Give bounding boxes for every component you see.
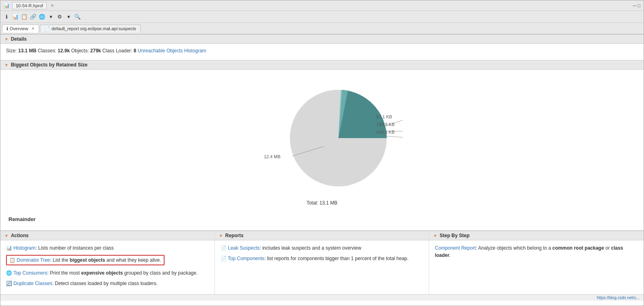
bottom-link[interactable]: https://blog.csdn.net/u... <box>597 296 640 300</box>
title-tab[interactable]: 10-54-R.hprof <box>12 2 47 9</box>
dominator-tree-highlight: 📋 Dominator Tree: List the biggest objec… <box>6 255 165 265</box>
leak-suspects-link[interactable]: Leak Suspects <box>228 245 260 251</box>
settings-icon[interactable]: ⚙ <box>56 13 63 21</box>
pie-label-418kb: 418.6 KB <box>376 128 394 136</box>
actions-header: ▼ Actions <box>0 231 215 240</box>
component-report-bold1: common root package <box>552 245 604 251</box>
pie-chart-container: 12.4 MB <box>242 78 403 198</box>
dropdown-icon[interactable]: ▾ <box>47 13 54 21</box>
top-consumers-item: 🌐 Top Consumers: Print the most expensiv… <box>6 269 209 277</box>
objects-value: 279k <box>90 48 101 54</box>
hierarchy-icon[interactable]: 🔗 <box>29 13 37 21</box>
component-report-link[interactable]: Component Report <box>435 245 475 251</box>
details-section-header: ▼ Details <box>0 34 644 44</box>
size-label: Size: <box>6 48 18 54</box>
component-report-after: . <box>449 252 450 258</box>
tab-overview-label: Overview <box>10 26 28 31</box>
reports-label: Reports <box>225 233 244 238</box>
three-col-section: ▼ Actions 📊 Histogram: Lists number of i… <box>0 230 644 294</box>
maximize-button[interactable]: □ <box>638 3 640 8</box>
details-collapse-icon[interactable]: ▼ <box>4 37 8 41</box>
step-by-step-header: ▼ Step By Step <box>429 231 644 240</box>
file-icon: 📊 <box>4 3 10 8</box>
reports-column: ▼ Reports 📄 Leak Suspects: includes leak… <box>215 231 429 294</box>
step-by-step-label: Step By Step <box>440 233 469 238</box>
minimize-button[interactable]: ─ <box>633 3 636 8</box>
actions-column: ▼ Actions 📊 Histogram: Lists number of i… <box>0 231 215 294</box>
unreachable-histogram-link[interactable]: Unreachable Objects Histogram <box>138 48 206 54</box>
top-consumers-desc-bold: expensive objects <box>81 270 123 276</box>
duplicate-classes-desc: : Detect classes loaded by multiple clas… <box>52 281 157 286</box>
component-report-desc-before: : Analyze objects which belong to a <box>476 245 552 251</box>
remainder-section: Remainder <box>0 214 644 230</box>
pie-chart-svg <box>242 78 403 198</box>
actions-collapse-icon[interactable]: ▼ <box>4 234 8 238</box>
dominator-desc-bold: biggest objects <box>70 257 105 263</box>
dominator-desc-before: : List the <box>50 257 70 263</box>
step-by-step-collapse-icon[interactable]: ▼ <box>433 234 437 238</box>
pie-labels-right: 57.1 KB 199.9 KB 418.6 KB <box>376 113 394 136</box>
histogram-desc: : Lists number of instances per class <box>35 245 114 251</box>
tab-report[interactable]: 📄 default_report org.eclipse.mat.api:sus… <box>40 25 141 33</box>
main-window: 📊 10-54-R.hprof ✕ ─ □ ℹ 📊 📋 🔗 🌐 ▾ ⚙ ▾ 🔍 … <box>0 0 644 306</box>
classes-value: 12.9k <box>58 48 70 54</box>
dominator-link[interactable]: Dominator Tree <box>17 257 50 263</box>
search-icon[interactable]: 🔍 <box>74 13 81 21</box>
top-consumers-link[interactable]: Top Consumers <box>13 270 47 276</box>
reports-header: ▼ Reports <box>215 231 429 240</box>
top-components-icon: 📄 <box>221 256 227 261</box>
leak-suspects-icon: 📄 <box>221 245 227 251</box>
duplicate-classes-item: 🔄 Duplicate Classes: Detect classes load… <box>6 280 209 287</box>
objects-label: Objects: <box>71 48 90 54</box>
bar-chart-icon[interactable]: 📊 <box>12 13 19 21</box>
duplicate-icon: 🔄 <box>6 281 12 286</box>
title-bar: 📊 10-54-R.hprof ✕ ─ □ <box>0 0 644 11</box>
pie-line-418kb <box>385 136 403 137</box>
histogram-link[interactable]: Histogram <box>13 245 35 251</box>
info-icon[interactable]: ℹ <box>3 13 10 21</box>
toolbar: ℹ 📊 📋 🔗 🌐 ▾ ⚙ ▾ 🔍 <box>0 11 644 23</box>
main-content: ▼ Details Size: 13.1 MB Classes: 12.9k O… <box>0 34 644 306</box>
details-content: Size: 13.1 MB Classes: 12.9k Objects: 27… <box>0 44 644 58</box>
top-components-desc: : list reports for components bigger tha… <box>265 256 409 261</box>
reports-collapse-icon[interactable]: ▼ <box>219 234 223 238</box>
tab-overview[interactable]: ℹ Overview ✕ <box>2 25 39 33</box>
top-consumers-icon: 🌐 <box>6 270 12 276</box>
top-components-link[interactable]: Top Components <box>228 256 265 261</box>
actions-content: 📊 Histogram: Lists number of instances p… <box>0 240 215 294</box>
size-value: 13.1 MB <box>18 48 36 54</box>
bottom-link-bar: https://blog.csdn.net/u... <box>0 294 644 301</box>
biggest-objects-section-header: ▼ Biggest Objects by Retained Size <box>0 60 644 70</box>
tab-overview-close[interactable]: ✕ <box>31 27 35 31</box>
table-icon[interactable]: 📋 <box>21 13 28 21</box>
histogram-icon: 📊 <box>6 245 12 251</box>
reports-content: 📄 Leak Suspects: includes leak suspects … <box>215 240 429 269</box>
tab-report-label: default_report org.eclipse.mat.api:suspe… <box>52 26 136 31</box>
title-close-icon[interactable]: ✕ <box>51 4 54 8</box>
biggest-objects-collapse-icon[interactable]: ▼ <box>4 63 8 67</box>
dropdown2-icon[interactable]: ▾ <box>65 13 72 21</box>
globe-icon[interactable]: 🌐 <box>38 13 46 21</box>
classloader-value: 8 <box>133 48 136 54</box>
biggest-objects-label: Biggest Objects by Retained Size <box>11 62 88 68</box>
classloader-label: Class Loader: <box>102 48 133 54</box>
classes-label: Classes: <box>38 48 58 54</box>
remainder-label: Remainder <box>8 216 35 222</box>
duplicate-classes-link[interactable]: Duplicate Classes <box>13 281 52 286</box>
tab-report-icon: 📄 <box>44 26 50 31</box>
component-report-item: Component Report: Analyze objects which … <box>435 244 638 259</box>
component-report-between: or <box>604 245 611 251</box>
dominator-icon: 📋 <box>9 257 15 263</box>
details-label: Details <box>11 36 27 42</box>
step-by-step-content: Component Report: Analyze objects which … <box>429 240 644 266</box>
window-controls: ─ □ <box>633 3 640 8</box>
leak-suspects-desc: : includes leak suspects and a system ov… <box>260 245 361 251</box>
top-consumers-desc-before: : Print the most <box>47 270 81 276</box>
histogram-item: 📊 Histogram: Lists number of instances p… <box>6 244 209 252</box>
pie-label-12mb-display: 12.4 MB <box>264 154 281 159</box>
step-by-step-column: ▼ Step By Step Component Report: Analyze… <box>429 231 644 294</box>
actions-label: Actions <box>11 233 29 238</box>
dominator-desc-after: and what they keep alive. <box>105 257 161 263</box>
leak-suspects-item: 📄 Leak Suspects: includes leak suspects … <box>221 244 423 252</box>
top-components-item: 📄 Top Components: list reports for compo… <box>221 255 423 262</box>
